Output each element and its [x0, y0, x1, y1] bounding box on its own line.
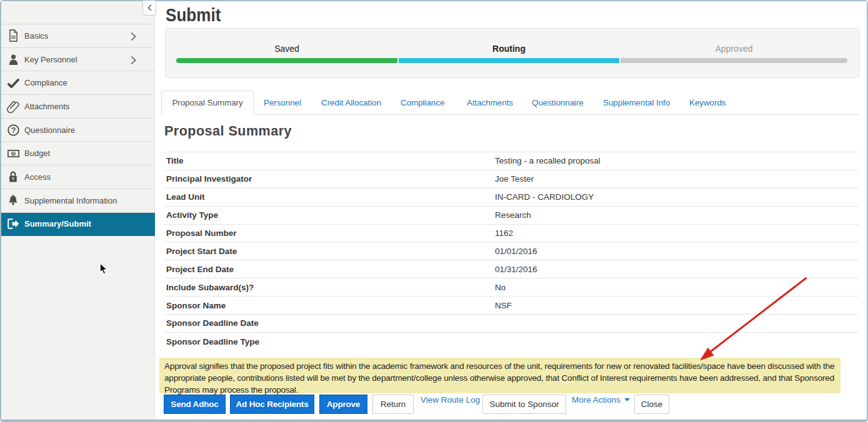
svg-text:?: ? [11, 125, 16, 134]
svg-text:0: 0 [12, 151, 14, 155]
